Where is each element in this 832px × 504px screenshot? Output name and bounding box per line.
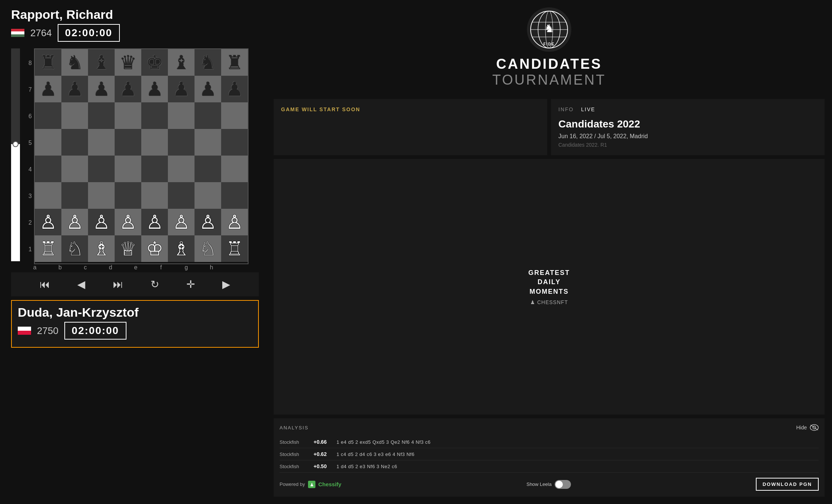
board-cell[interactable]: ♙ — [141, 209, 168, 235]
chess-piece: ♙ — [119, 212, 137, 232]
board-cell[interactable] — [88, 156, 115, 182]
board-cell[interactable]: ♙ — [221, 209, 248, 235]
board-cell[interactable]: ♙ — [115, 209, 141, 235]
board-cell[interactable] — [195, 129, 221, 156]
board-cell[interactable]: ♟ — [115, 76, 141, 102]
board-cell[interactable]: ♟ — [35, 76, 61, 102]
nav-controls: ⏮ ◀ ⏭ ↻ ✛ ▶ — [11, 272, 259, 296]
board-cell[interactable] — [115, 182, 141, 209]
board-cell[interactable]: ♚ — [141, 49, 168, 76]
board-cell[interactable]: ♙ — [168, 209, 195, 235]
board-cell[interactable] — [168, 129, 195, 156]
tournament-name: Candidates 2022 — [558, 118, 817, 130]
board-cell[interactable] — [61, 129, 88, 156]
tab-live[interactable]: LIVE — [581, 106, 595, 112]
board-cell[interactable] — [61, 182, 88, 209]
board-cell[interactable] — [221, 102, 248, 129]
player-top-name: Rapport, Richard — [11, 7, 259, 22]
analysis-row: Stockfish +0.62 1 c4 d5 2 d4 c6 3 e3 e6 … — [280, 448, 819, 460]
board-cell[interactable]: ♙ — [195, 209, 221, 235]
board-cell[interactable] — [168, 102, 195, 129]
ad-content: GREATEST DAILY MOMENTS ♟ CHESSNFT — [528, 268, 570, 305]
board-cell[interactable] — [61, 156, 88, 182]
board-cell[interactable]: ♝ — [88, 49, 115, 76]
chess-piece: ♕ — [119, 239, 137, 258]
board-cell[interactable]: ♝ — [168, 49, 195, 76]
board-cell[interactable] — [168, 182, 195, 209]
nav-cursor-button[interactable]: ✛ — [186, 278, 195, 290]
board-cell[interactable]: ♞ — [195, 49, 221, 76]
board-cell[interactable] — [35, 182, 61, 209]
board-cell[interactable]: ♙ — [88, 209, 115, 235]
board-cell[interactable] — [88, 102, 115, 129]
board-cell[interactable]: ♗ — [168, 235, 195, 262]
toggle-knob — [555, 481, 563, 488]
board-cell[interactable] — [35, 129, 61, 156]
board-cell[interactable]: ♖ — [221, 235, 248, 262]
board-cell[interactable]: ♕ — [115, 235, 141, 262]
board-cell[interactable]: ♖ — [35, 235, 61, 262]
nav-prev-button[interactable]: ◀ — [77, 278, 85, 290]
board-cell[interactable] — [221, 156, 248, 182]
svg-text:♟: ♟ — [310, 482, 314, 487]
board-cell[interactable] — [88, 182, 115, 209]
chess-board[interactable]: ♜♞♝♛♚♝♞♜♟♟♟♟♟♟♟♟♙♙♙♙♙♙♙♙♖♘♗♕♔♗♘♖ — [34, 48, 248, 264]
board-cell[interactable] — [115, 129, 141, 156]
board-cell[interactable]: ♜ — [35, 49, 61, 76]
tournament-round: Candidates 2022. R1 — [558, 142, 817, 148]
board-cell[interactable]: ♟ — [141, 76, 168, 102]
nav-play-button[interactable]: ▶ — [222, 278, 230, 290]
board-cell[interactable] — [195, 156, 221, 182]
board-cell[interactable] — [35, 156, 61, 182]
chess-piece: ♟ — [93, 79, 110, 99]
game-status: GAME WILL START SOON — [281, 106, 360, 112]
board-cell[interactable] — [221, 182, 248, 209]
moves-3: 1 d4 d5 2 e3 Nf6 3 Ne2 c6 — [336, 464, 819, 469]
board-cell[interactable] — [195, 182, 221, 209]
board-cell[interactable] — [35, 102, 61, 129]
board-cell[interactable]: ♛ — [115, 49, 141, 76]
board-cell[interactable]: ♜ — [221, 49, 248, 76]
board-cell[interactable] — [195, 102, 221, 129]
analysis-label: ANALYSIS — [280, 425, 309, 430]
board-cell[interactable] — [141, 102, 168, 129]
board-cell[interactable]: ♗ — [88, 235, 115, 262]
board-cell[interactable] — [168, 156, 195, 182]
svg-text:FIDE: FIDE — [544, 42, 555, 46]
board-cell[interactable]: ♙ — [35, 209, 61, 235]
board-cell[interactable]: ♔ — [141, 235, 168, 262]
board-cell[interactable]: ♙ — [61, 209, 88, 235]
hide-button[interactable]: Hide — [796, 424, 819, 431]
nav-refresh-button[interactable]: ↻ — [150, 278, 159, 290]
board-cell[interactable] — [115, 102, 141, 129]
board-cell[interactable] — [61, 102, 88, 129]
player-top-timer: 02:00:00 — [58, 24, 120, 42]
chess-piece: ♗ — [93, 239, 110, 258]
board-cell[interactable]: ♟ — [195, 76, 221, 102]
player-bottom-flag — [18, 327, 31, 335]
board-cell[interactable]: ♟ — [61, 76, 88, 102]
board-cell[interactable]: ♘ — [195, 235, 221, 262]
leela-toggle[interactable] — [555, 480, 571, 489]
tab-info[interactable]: INFO — [558, 106, 574, 112]
board-cell[interactable]: ♟ — [88, 76, 115, 102]
board-cell[interactable]: ♘ — [61, 235, 88, 262]
chess-piece: ♜ — [40, 53, 57, 72]
eval-bar — [11, 48, 20, 261]
chess-piece: ♙ — [146, 212, 163, 232]
board-cell[interactable]: ♞ — [61, 49, 88, 76]
board-cell[interactable] — [141, 129, 168, 156]
board-cell[interactable] — [88, 129, 115, 156]
board-cell[interactable] — [221, 129, 248, 156]
board-cell[interactable]: ♟ — [221, 76, 248, 102]
board-cell[interactable]: ♟ — [168, 76, 195, 102]
chess-piece: ♝ — [173, 53, 190, 72]
nav-next-move-button[interactable]: ⏭ — [113, 278, 123, 290]
nav-first-button[interactable]: ⏮ — [40, 278, 50, 290]
download-pgn-button[interactable]: DOWNLOAD PGN — [756, 478, 819, 491]
info-section: GAME WILL START SOON INFO LIVE Candidate… — [274, 99, 825, 155]
board-cell[interactable] — [115, 156, 141, 182]
chess-piece: ♙ — [40, 212, 57, 232]
board-cell[interactable] — [141, 156, 168, 182]
board-cell[interactable] — [141, 182, 168, 209]
